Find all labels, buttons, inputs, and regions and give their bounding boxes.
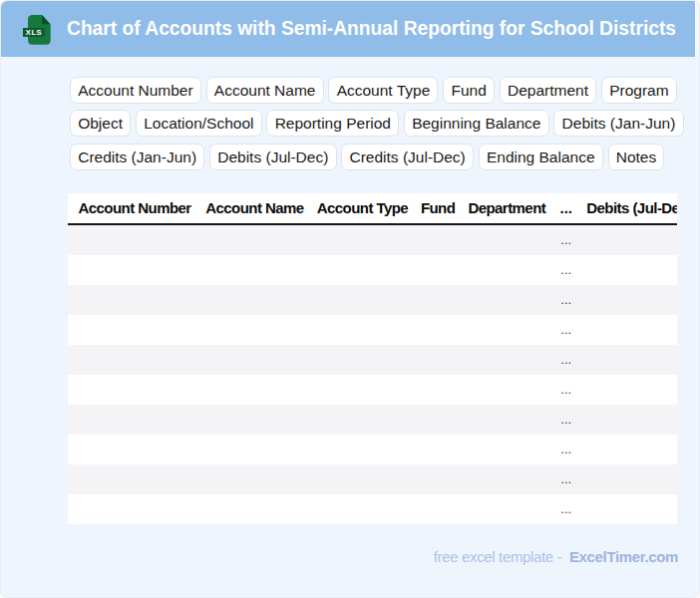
svg-text:XLS: XLS bbox=[26, 28, 42, 37]
